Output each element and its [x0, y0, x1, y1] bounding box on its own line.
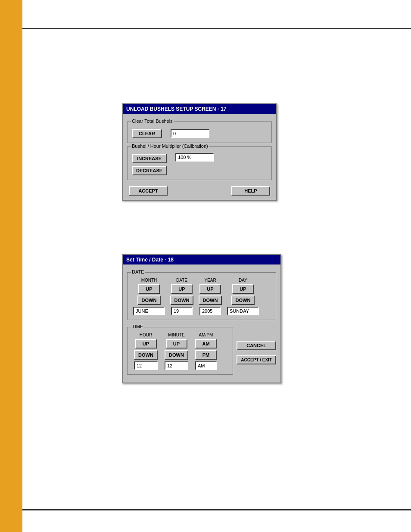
- date-group-label: DATE: [131, 269, 145, 274]
- pm-button[interactable]: PM: [195, 350, 217, 360]
- minute-down-button[interactable]: DOWN: [165, 350, 188, 360]
- clear-row: CLEAR: [132, 129, 267, 138]
- year-label: YEAR: [204, 278, 216, 283]
- accept-button[interactable]: ACCEPT: [129, 186, 168, 196]
- date-value[interactable]: [171, 307, 193, 315]
- ampm-label: AM/PM: [199, 333, 213, 337]
- ampm-column: AM/PM AM PM: [193, 333, 219, 370]
- inc-dec-buttons: INCREASE DECREASE: [132, 154, 167, 175]
- month-down-button[interactable]: DOWN: [137, 296, 161, 305]
- left-accent-bar: [0, 0, 22, 532]
- time-group: TIME HOUR UP DOWN MINUTE UP DOWN: [127, 327, 233, 375]
- day-up-button[interactable]: UP: [232, 284, 254, 294]
- minute-label: MINUTE: [168, 333, 184, 337]
- dialog2-title: Set Time / Date - 18: [126, 257, 174, 263]
- hour-value[interactable]: [134, 361, 158, 370]
- dialog1-body: Clear Total Bushels CLEAR Bushel / Hour …: [123, 114, 276, 200]
- month-value[interactable]: [133, 307, 165, 315]
- increase-button[interactable]: INCREASE: [132, 154, 167, 163]
- year-column: YEAR UP DOWN: [197, 278, 223, 315]
- day-value[interactable]: [227, 307, 259, 315]
- decrease-button[interactable]: DECREASE: [132, 166, 167, 175]
- clear-total-input[interactable]: [171, 129, 209, 138]
- dialog1-titlebar: UNLOAD BUSHELS SETUP SCREEN - 17: [123, 104, 276, 114]
- dialog1-title: UNLOAD BUSHELS SETUP SCREEN - 17: [126, 106, 226, 112]
- date-down-button[interactable]: DOWN: [170, 296, 194, 305]
- clear-button[interactable]: CLEAR: [132, 129, 162, 138]
- date-group: DATE MONTH UP DOWN DATE UP DOWN: [127, 272, 276, 320]
- set-time-date-dialog: Set Time / Date - 18 DATE MONTH UP DOWN …: [122, 254, 281, 383]
- month-column: MONTH UP DOWN: [132, 278, 166, 315]
- time-group-label: TIME: [131, 324, 144, 329]
- clear-total-bushels-group: Clear Total Bushels CLEAR: [127, 121, 272, 143]
- ampm-value[interactable]: [195, 361, 217, 370]
- clear-group-label: Clear Total Bushels: [131, 118, 174, 124]
- accept-exit-button[interactable]: ACCEPT / EXIT: [237, 355, 276, 364]
- multiplier-input[interactable]: [175, 153, 214, 162]
- dialog2-body: DATE MONTH UP DOWN DATE UP DOWN: [123, 264, 280, 383]
- am-button[interactable]: AM: [195, 339, 217, 348]
- date-up-button[interactable]: UP: [171, 284, 193, 294]
- dialog1-bottom-row: ACCEPT HELP: [127, 186, 272, 196]
- hour-column: HOUR UP DOWN: [132, 333, 160, 370]
- day-down-button[interactable]: DOWN: [231, 296, 255, 305]
- dialog2-right-buttons: CANCEL ACCEPT / EXIT: [237, 324, 276, 378]
- bottom-divider-line: [22, 509, 411, 510]
- minute-value[interactable]: [165, 361, 188, 370]
- multiplier-row: INCREASE DECREASE: [132, 150, 267, 175]
- month-up-button[interactable]: UP: [138, 284, 160, 294]
- top-divider-line: [22, 28, 411, 29]
- minute-column: MINUTE UP DOWN: [162, 333, 190, 370]
- minute-up-button[interactable]: UP: [166, 339, 187, 348]
- year-up-button[interactable]: UP: [199, 284, 221, 294]
- hour-down-button[interactable]: DOWN: [134, 350, 158, 360]
- date-column: DATE UP DOWN: [169, 278, 195, 315]
- time-and-controls: TIME HOUR UP DOWN MINUTE UP DOWN: [127, 324, 276, 378]
- date-col-label: DATE: [176, 278, 187, 283]
- cancel-button[interactable]: CANCEL: [237, 341, 276, 350]
- multiplier-group: Bushel / Hour Multiplier (Calibration) I…: [127, 146, 272, 180]
- year-value[interactable]: [199, 307, 221, 315]
- day-label: DAY: [239, 278, 247, 283]
- multiplier-group-label: Bushel / Hour Multiplier (Calibration): [131, 143, 209, 149]
- hour-up-button[interactable]: UP: [135, 339, 157, 348]
- year-down-button[interactable]: DOWN: [199, 296, 222, 305]
- month-label: MONTH: [141, 278, 157, 283]
- day-column: DAY UP DOWN: [226, 278, 260, 315]
- unload-bushels-dialog: UNLOAD BUSHELS SETUP SCREEN - 17 Clear T…: [122, 103, 277, 201]
- help-button[interactable]: HELP: [231, 186, 270, 196]
- dialog2-titlebar: Set Time / Date - 18: [123, 255, 280, 264]
- hour-label: HOUR: [140, 333, 152, 337]
